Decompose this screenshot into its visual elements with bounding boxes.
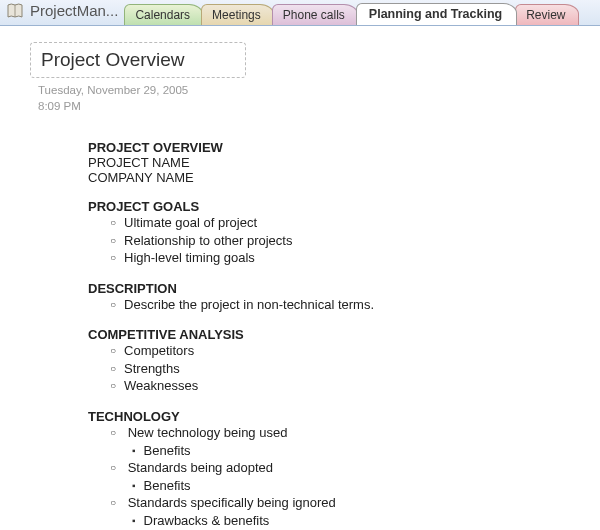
page-body[interactable]: PROJECT OVERVIEW PROJECT NAME COMPANY NA… <box>88 140 580 530</box>
heading: COMPETITIVE ANALYSIS <box>88 327 580 342</box>
list-subitem: Benefits <box>132 477 580 495</box>
page-time: 8:09 PM <box>38 98 580 114</box>
list-item: Relationship to other projects <box>110 232 580 250</box>
heading: PROJECT OVERVIEW <box>88 140 580 155</box>
section-overview: PROJECT OVERVIEW PROJECT NAME COMPANY NA… <box>88 140 580 185</box>
list-item: High-level timing goals <box>110 249 580 267</box>
list-item: New technology being used Benefits <box>110 424 580 459</box>
section-competitive: COMPETITIVE ANALYSIS Competitors Strengt… <box>88 327 580 395</box>
tab-bar: ProjectMan... Calendars Meetings Phone c… <box>0 0 600 26</box>
text-line: COMPANY NAME <box>88 170 580 185</box>
section-goals: PROJECT GOALS Ultimate goal of project R… <box>88 199 580 267</box>
list-item: Standards specifically being ignored Dra… <box>110 494 580 529</box>
heading: PROJECT GOALS <box>88 199 580 214</box>
section-description: DESCRIPTION Describe the project in non-… <box>88 281 580 314</box>
tab-label: Meetings <box>212 8 261 22</box>
tab-label: Review <box>526 8 565 22</box>
notebook-icon <box>6 3 24 19</box>
text-line: PROJECT NAME <box>88 155 580 170</box>
list-item: Standards being adopted Benefits <box>110 459 580 494</box>
tab-planning-tracking[interactable]: Planning and Tracking <box>356 3 517 25</box>
heading: DESCRIPTION <box>88 281 580 296</box>
onenote-window: ProjectMan... Calendars Meetings Phone c… <box>0 0 600 530</box>
item-text: Standards specifically being ignored <box>128 495 336 510</box>
list-item: Weaknesses <box>110 377 580 395</box>
tab-phone-calls[interactable]: Phone calls <box>272 4 358 25</box>
section-name[interactable]: ProjectMan... <box>30 2 118 19</box>
page-date: Tuesday, November 29, 2005 <box>38 82 580 98</box>
tab-calendars[interactable]: Calendars <box>124 4 203 25</box>
heading: TECHNOLOGY <box>88 409 580 424</box>
tab-label: Phone calls <box>283 8 345 22</box>
list-item: Competitors <box>110 342 580 360</box>
page-title: Project Overview <box>41 49 185 71</box>
tab-meetings[interactable]: Meetings <box>201 4 274 25</box>
list-item: Ultimate goal of project <box>110 214 580 232</box>
item-text: Standards being adopted <box>128 460 273 475</box>
page-title-container[interactable]: Project Overview <box>30 42 246 78</box>
list-subitem: Benefits <box>132 442 580 460</box>
list-item: Describe the project in non-technical te… <box>110 296 580 314</box>
list-item: Strengths <box>110 360 580 378</box>
tab-review[interactable]: Review <box>515 4 578 25</box>
section-technology: TECHNOLOGY New technology being used Ben… <box>88 409 580 530</box>
page-canvas[interactable]: Project Overview Tuesday, November 29, 2… <box>0 26 600 530</box>
tab-label: Calendars <box>135 8 190 22</box>
tab-label: Planning and Tracking <box>369 7 502 21</box>
item-text: New technology being used <box>128 425 288 440</box>
list-subitem: Drawbacks & benefits <box>132 512 580 530</box>
